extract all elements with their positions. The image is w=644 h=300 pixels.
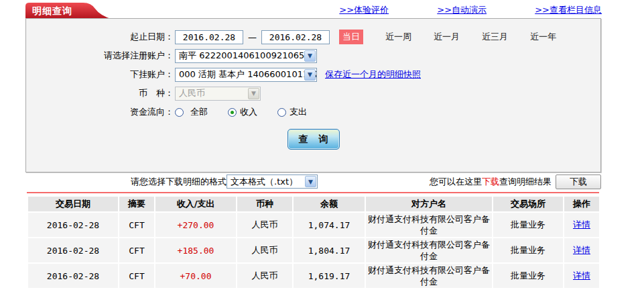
col-header-currency: 币种 — [237, 197, 292, 211]
download-hint-suffix: 查询明细结果 — [499, 176, 552, 188]
link-auto-demo[interactable]: >>自动演示 — [437, 5, 487, 15]
col-header-amount: 收入/支出 — [155, 197, 236, 211]
cell-balance: 1,074.17 — [294, 213, 365, 237]
col-header-balance: 余额 — [294, 197, 365, 211]
cell-balance: 1,804.17 — [294, 238, 365, 262]
results-section: 交易日期 摘要 收入/支出 币种 余额 对方户名 交易场所 操作 2016-02… — [27, 192, 599, 289]
col-header-date: 交易日期 — [28, 197, 118, 211]
radio-icon — [228, 108, 237, 117]
currency-select-disabled: 人民币 ▼ — [175, 87, 261, 101]
table-row: 2016-02-28 CFT +70.00 人民币 1,619.17 财付通支付… — [28, 264, 599, 288]
start-date-input[interactable] — [175, 30, 243, 44]
top-bar: 明细查询 >>体验评价 >>自动演示 >>查看栏目信息 — [0, 0, 644, 19]
download-button[interactable]: 下载 — [556, 174, 601, 189]
link-experience-rating[interactable]: >>体验评价 — [339, 5, 389, 15]
cell-venue: 批量业务 — [493, 238, 563, 262]
radio-icon — [277, 108, 286, 117]
date-range-row: 起止日期： — 当日 近一周 近一月 近三月 近一年 — [26, 29, 600, 45]
download-format-value: 文本格式（.txt） — [231, 176, 298, 188]
col-header-counterparty: 对方户名 — [366, 197, 492, 211]
download-hint-group: 您可以在这里 下载 查询明细结果 下载 — [430, 174, 601, 189]
radio-income-label: 收入 — [240, 106, 257, 118]
currency-value: 人民币 — [179, 87, 205, 99]
quick-range-quarter[interactable]: 近三月 — [482, 31, 508, 43]
cell-counterparty: 财付通支付科技有限公司客户备付金 — [366, 264, 492, 288]
flow-radio-group: 全部 收入 支出 — [175, 106, 327, 118]
end-date-input[interactable] — [261, 30, 330, 44]
quick-range-week[interactable]: 近一周 — [385, 31, 411, 43]
download-format-select[interactable]: 文本格式（.txt） ▼ — [227, 174, 318, 189]
radio-icon — [175, 108, 184, 117]
cell-balance: 1,619.17 — [294, 264, 365, 288]
quick-range-year[interactable]: 近一年 — [530, 31, 556, 43]
chevron-down-icon[interactable]: ▼ — [304, 50, 316, 62]
detail-link[interactable]: 详情 — [573, 270, 590, 281]
col-header-summary: 摘要 — [119, 197, 154, 211]
download-hint-prefix: 您可以在这里 — [430, 176, 482, 188]
cell-amount: +70.00 — [155, 264, 236, 288]
query-form-panel: 起止日期： — 当日 近一周 近一月 近三月 近一年 请选择注册账户： 南平 6… — [25, 18, 601, 172]
cell-date: 2016-02-28 — [28, 238, 118, 262]
cell-summary: CFT — [119, 238, 154, 262]
quick-range-month[interactable]: 近一月 — [434, 31, 460, 43]
col-header-action: 操作 — [564, 197, 599, 211]
cell-venue: 批量业务 — [493, 213, 563, 237]
registered-account-value: 南平 6222001406100921065 灵通卡 — [179, 50, 317, 62]
sub-account-row: 下挂账户： 000 活期 基本户 1406600101102571848 ▼ 保… — [26, 66, 600, 83]
cell-currency: 人民币 — [237, 238, 292, 262]
transactions-table: 交易日期 摘要 收入/支出 币种 余额 对方户名 交易场所 操作 2016-02… — [27, 195, 600, 289]
table-header-row: 交易日期 摘要 收入/支出 币种 余额 对方户名 交易场所 操作 — [28, 197, 599, 211]
cell-currency: 人民币 — [237, 213, 292, 237]
query-button-row: 查 询 — [26, 129, 600, 150]
date-range-separator: — — [248, 32, 257, 42]
cell-summary: CFT — [119, 264, 154, 288]
sub-account-label: 下挂账户： — [26, 68, 174, 81]
cell-amount: +185.00 — [155, 238, 236, 262]
radio-income[interactable]: 收入 — [228, 106, 257, 118]
date-range-label: 起止日期： — [26, 31, 174, 43]
registered-account-select[interactable]: 南平 6222001406100921065 灵通卡 ▼ — [175, 49, 317, 63]
quick-range-bar: 当日 近一周 近一月 近三月 近一年 — [339, 30, 556, 44]
save-snapshot-link[interactable]: 保存近一个月的明细快照 — [325, 68, 421, 81]
cell-counterparty: 财付通支付科技有限公司客户备付金 — [366, 213, 492, 237]
table-row: 2016-02-28 CFT +185.00 人民币 1,804.17 财付通支… — [28, 238, 599, 262]
registered-account-row: 请选择注册账户： 南平 6222001406100921065 灵通卡 ▼ — [26, 48, 600, 64]
table-row: 2016-02-28 CFT +270.00 人民币 1,074.17 财付通支… — [28, 213, 599, 237]
detail-link[interactable]: 详情 — [573, 219, 590, 230]
table-accent-line — [27, 192, 599, 193]
cell-summary: CFT — [119, 213, 154, 237]
chevron-down-icon: ▼ — [248, 88, 259, 99]
query-button[interactable]: 查 询 — [287, 129, 340, 150]
quick-range-today[interactable]: 当日 — [339, 30, 363, 44]
sub-account-select[interactable]: 000 活期 基本户 1406600101102571848 ▼ — [175, 68, 317, 82]
top-links: >>体验评价 >>自动演示 >>查看栏目信息 — [0, 4, 602, 16]
currency-row: 币 种： 人民币 ▼ — [26, 85, 600, 101]
cell-currency: 人民币 — [237, 264, 292, 288]
radio-expense-label: 支出 — [289, 106, 307, 118]
download-format-label: 请您选择下载明细的格式 — [131, 176, 227, 188]
currency-label: 币 种： — [26, 87, 174, 99]
chevron-down-icon[interactable]: ▼ — [305, 176, 316, 187]
cell-date: 2016-02-28 — [28, 264, 118, 288]
download-hint-red: 下载 — [482, 176, 499, 188]
cell-date: 2016-02-28 — [28, 213, 118, 237]
cell-venue: 批量业务 — [493, 264, 563, 288]
radio-all-label: 全部 — [190, 106, 208, 118]
download-row: 请您选择下载明细的格式 文本格式（.txt） ▼ 您可以在这里 下载 查询明细结… — [25, 172, 601, 191]
cell-amount: +270.00 — [155, 213, 236, 237]
col-header-venue: 交易场所 — [493, 197, 563, 211]
sub-account-value: 000 活期 基本户 1406600101102571848 — [179, 68, 317, 81]
cell-counterparty: 财付通支付科技有限公司客户备付金 — [366, 238, 492, 262]
flow-direction-row: 资金流向： 全部 收入 支出 — [26, 104, 600, 120]
radio-expense[interactable]: 支出 — [277, 106, 307, 118]
radio-all[interactable]: 全部 — [175, 106, 208, 118]
flow-direction-label: 资金流向： — [26, 106, 174, 118]
chevron-down-icon[interactable]: ▼ — [304, 69, 316, 81]
registered-account-label: 请选择注册账户： — [26, 50, 174, 62]
link-view-column-info[interactable]: >>查看栏目信息 — [535, 5, 602, 15]
detail-link[interactable]: 详情 — [573, 245, 590, 255]
